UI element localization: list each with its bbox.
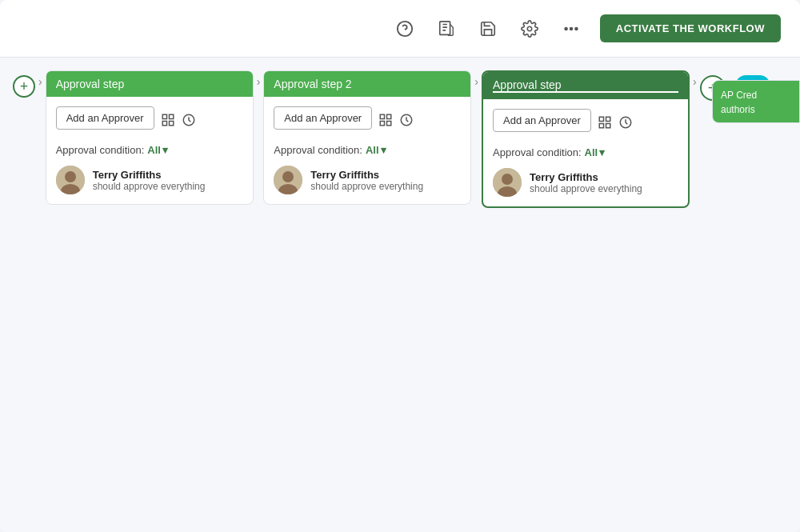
step-body-1: Add an Approver xyxy=(46,97,253,204)
step-title-input-3[interactable] xyxy=(493,78,678,93)
svg-rect-9 xyxy=(162,121,166,125)
svg-point-29 xyxy=(502,174,513,185)
svg-point-5 xyxy=(570,27,572,30)
condition-dropdown-1[interactable]: All ▾ xyxy=(147,144,168,156)
steps-row: + › Add an Approver xyxy=(0,58,800,208)
chevron-4: › xyxy=(690,75,700,88)
approval-condition-3: Approval condition: All ▾ xyxy=(493,146,678,158)
settings-icon[interactable] xyxy=(517,16,542,42)
chevron-1: › xyxy=(35,75,46,88)
help-icon[interactable] xyxy=(392,16,418,42)
svg-rect-7 xyxy=(162,114,166,118)
partial-step-card: AP Cred authoris xyxy=(712,80,800,123)
condition-prefix-3: Approval condition: xyxy=(493,146,582,158)
avatar-1 xyxy=(56,166,85,194)
step-card-1: Add an Approver xyxy=(46,70,254,205)
approver-desc-1: should approve everything xyxy=(93,181,206,192)
svg-point-13 xyxy=(65,171,76,182)
approver-row-1: Terry Griffiths should approve everythin… xyxy=(56,166,243,194)
approver-row-2: Terry Griffiths should approve everythin… xyxy=(274,166,461,194)
step-body-3: Add an Approver xyxy=(483,99,688,206)
add-approver-button-2[interactable]: Add an Approver xyxy=(274,106,372,130)
avatar-3 xyxy=(493,168,522,197)
svg-rect-26 xyxy=(606,123,610,127)
approver-info-2: Terry Griffiths should approve everythin… xyxy=(310,169,423,192)
svg-rect-17 xyxy=(380,121,384,125)
clock-icon-2[interactable] xyxy=(399,113,414,130)
step-title-input-1[interactable] xyxy=(56,78,243,90)
svg-rect-15 xyxy=(380,114,384,118)
grid-icon-1[interactable] xyxy=(161,113,175,130)
add-step-button[interactable]: + xyxy=(13,75,35,98)
approver-desc-3: should approve everything xyxy=(530,183,642,194)
svg-rect-16 xyxy=(387,114,391,118)
approver-row-3: Terry Griffiths should approve everythin… xyxy=(493,168,678,197)
svg-rect-2 xyxy=(440,21,450,34)
step-card-3: Add an Approver xyxy=(482,70,690,208)
chevron-3: › xyxy=(471,75,482,88)
svg-rect-8 xyxy=(169,114,173,118)
svg-point-6 xyxy=(575,27,578,30)
condition-dropdown-3[interactable]: All ▾ xyxy=(585,146,606,158)
step-card-2: Add an Approver xyxy=(263,70,471,205)
add-approver-button-1[interactable]: Add an Approver xyxy=(56,106,154,130)
step-header-1[interactable] xyxy=(46,71,253,97)
step-title-input-2[interactable] xyxy=(274,78,461,90)
step-header-2[interactable] xyxy=(264,71,470,97)
toolbar: ACTIVATE THE WORKFLOW xyxy=(0,0,800,58)
app-container: ACTIVATE THE WORKFLOW + › Add an Approve… xyxy=(0,0,800,532)
clock-icon-1[interactable] xyxy=(182,113,196,130)
svg-rect-10 xyxy=(169,121,173,125)
svg-point-21 xyxy=(282,171,294,182)
grid-icon-3[interactable] xyxy=(598,115,612,133)
approver-info-1: Terry Griffiths should approve everythin… xyxy=(93,169,206,192)
svg-point-4 xyxy=(565,27,567,30)
svg-rect-24 xyxy=(606,117,610,121)
activate-workflow-button[interactable]: ACTIVATE THE WORKFLOW xyxy=(600,14,781,42)
approver-name-2: Terry Griffiths xyxy=(310,169,423,181)
condition-prefix-2: Approval condition: xyxy=(274,144,362,156)
condition-prefix-1: Approval condition: xyxy=(56,144,145,156)
approver-info-3: Terry Griffiths should approve everythin… xyxy=(530,171,642,194)
chevron-2: › xyxy=(254,75,264,88)
partial-step-header: AP Cred authoris xyxy=(713,81,799,122)
more-icon[interactable] xyxy=(558,16,584,42)
workflow-area: + › Add an Approver xyxy=(0,58,800,532)
approval-condition-2: Approval condition: All ▾ xyxy=(274,144,461,156)
step-body-2: Add an Approver xyxy=(264,97,470,204)
svg-rect-25 xyxy=(599,123,603,127)
step-tools-1: Add an Approver xyxy=(56,106,243,136)
add-approver-button-3[interactable]: Add an Approver xyxy=(493,109,591,132)
approver-desc-2: should approve everything xyxy=(310,181,423,192)
avatar-2 xyxy=(274,166,302,194)
approver-name-1: Terry Griffiths xyxy=(93,169,206,181)
approver-name-3: Terry Griffiths xyxy=(530,171,642,183)
partial-step-title: AP Cred authoris xyxy=(721,90,757,115)
step-header-3[interactable] xyxy=(483,72,688,99)
save-icon[interactable] xyxy=(475,16,501,42)
svg-rect-23 xyxy=(599,117,603,121)
svg-rect-18 xyxy=(387,121,391,125)
pdf-icon[interactable] xyxy=(434,16,459,42)
svg-point-3 xyxy=(527,26,532,31)
step-tools-2: Add an Approver xyxy=(274,106,461,136)
approval-condition-1: Approval condition: All ▾ xyxy=(56,144,243,156)
condition-dropdown-2[interactable]: All ▾ xyxy=(366,144,386,156)
step-tools-3: Add an Approver xyxy=(493,109,678,138)
clock-icon-3[interactable] xyxy=(618,115,633,133)
grid-icon-2[interactable] xyxy=(378,113,393,130)
